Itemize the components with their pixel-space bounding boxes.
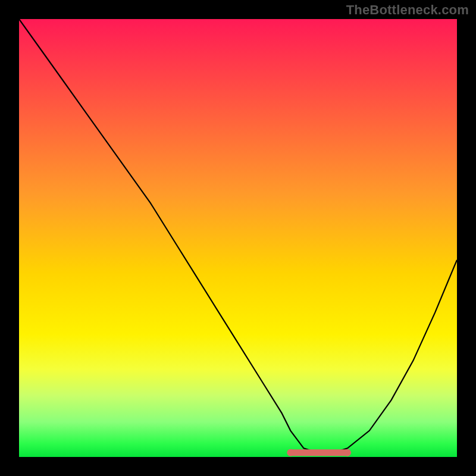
watermark-text: TheBottleneck.com xyxy=(346,2,469,18)
optimal-range-start-dot xyxy=(287,449,294,456)
plot-area xyxy=(19,19,457,457)
bottleneck-curve xyxy=(19,19,457,453)
chart-stage: TheBottleneck.com xyxy=(0,0,476,476)
optimal-range-end-dot xyxy=(344,449,351,456)
curve-layer xyxy=(19,19,457,457)
